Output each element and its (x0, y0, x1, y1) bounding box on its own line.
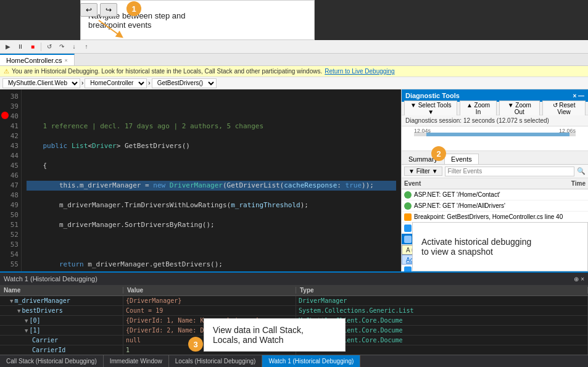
watch-cell-name: ▼bestDrivers (0, 306, 123, 315)
editor-tab-bar: HomeController.cs × (0, 54, 588, 66)
zoom-in-button[interactable]: ▲ Zoom In (460, 101, 496, 117)
watch-panel-header: Watch 1 (Historical Debugging) ⊕ × (0, 273, 588, 285)
timeline-label-right: 12.06s (559, 128, 576, 134)
tab-locals[interactable]: Locals (Historical Debugging) (169, 355, 263, 367)
event-item[interactable]: Breakpoint: GetBestDrivers, HomeControll… (402, 212, 588, 223)
toolbar-separator (41, 43, 41, 51)
step-forward-button[interactable]: ↪ (100, 3, 117, 17)
watch-cell-value: {DriverManager} (123, 296, 296, 305)
annotation-circle-3: 3 (188, 337, 203, 352)
timeline-selected-range (426, 133, 569, 136)
event-icon-green (404, 202, 412, 210)
toolbar-stop-button[interactable]: ■ (27, 41, 38, 52)
toolbar-step-over-button[interactable]: ↷ (56, 41, 67, 52)
return-to-live-link[interactable]: Return to Live Debugging (325, 68, 394, 75)
annotation-circle-2: 2 (431, 146, 446, 161)
zoom-out-button[interactable]: ▼ Zoom Out (499, 101, 540, 117)
historical-debug-notice: ⚠ You are in Historical Debugging. Look … (0, 66, 588, 77)
toolbar-run-button[interactable]: ▶ (2, 41, 14, 52)
tab-close-button[interactable]: × (64, 57, 67, 64)
editor-tab-homecontroller[interactable]: HomeController.cs × (0, 54, 75, 65)
warning-icon: ⚠ (4, 68, 9, 75)
step-back-button[interactable]: ↩ (80, 3, 97, 17)
event-icon-camera (404, 213, 412, 221)
method-dropdown[interactable]: GetBestDrivers() (152, 78, 217, 88)
search-icon: 🔍 (577, 167, 586, 175)
watch-cell-value: Count = 19 (123, 306, 296, 315)
watch-col-name: Name (0, 287, 123, 294)
event-icon-step (404, 236, 412, 243)
reset-view-button[interactable]: ↺ Reset View (542, 101, 586, 117)
svg-line-0 (99, 20, 120, 36)
events-filter-bar: ▼ Filter ▼ 🔍 (402, 165, 588, 178)
breakpoint-indicator (1, 112, 9, 119)
tab-watch1[interactable]: Watch 1 (Historical Debugging) (262, 355, 360, 367)
event-icon-green (404, 191, 412, 199)
callout-box-3: View data in Call Stack, Locals, and Wat… (204, 318, 346, 352)
select-tools-button[interactable]: ▼ Select Tools ▼ (404, 101, 457, 117)
bottom-tab-bar: Call Stack (Historical Debugging) Immedi… (0, 355, 588, 367)
watch-row[interactable]: ▼m_driverManager {DriverManager} DriverM… (0, 296, 588, 306)
tab-call-stack[interactable]: Call Stack (Historical Debugging) (0, 355, 104, 367)
toolbar-restart-button[interactable]: ↺ (44, 41, 55, 52)
timeline-label-left: 12.04s (414, 128, 431, 134)
events-tabs: Summary Events (402, 151, 588, 165)
tab-events[interactable]: Events (444, 154, 479, 164)
annotation-circle-1: 1 (126, 1, 141, 16)
filter-events-input[interactable] (445, 167, 574, 176)
watch-cell-name: ▼m_driverManager (0, 296, 123, 305)
watch-cell-type: System.Collections.Generic.List (296, 306, 588, 315)
toolbar: ▶ ⏸ ■ ↺ ↷ ↓ ↑ (0, 40, 588, 54)
watch-row[interactable]: ▼bestDrivers Count = 19 System.Collectio… (0, 306, 588, 316)
watch-cell-name: ▼[0] (0, 316, 123, 325)
nav-buttons-area: ↩ ↪ (80, 3, 117, 17)
filepath-bar: MyShuttle.Client.Web › HomeController › … (0, 77, 588, 89)
watch-cell-name: CarrierId (0, 345, 123, 355)
diag-toolbar: ▼ Select Tools ▼ ▲ Zoom In ▼ Zoom Out ↺ … (402, 102, 588, 115)
watch-col-value: Value (123, 287, 296, 294)
watch-column-headers: Name Value Type (0, 285, 588, 296)
event-item[interactable]: ASP.NET: GET '/Home/Contact' (402, 189, 588, 200)
toolbar-step-into-button[interactable]: ↓ (68, 41, 80, 52)
event-icon-step (404, 225, 412, 232)
watch-cell-type: DriverManager (296, 296, 588, 305)
events-column-header: Event Time (402, 178, 588, 189)
watch-cell-name: Carrier (0, 336, 123, 345)
tab-immediate-window[interactable]: Immediate Window (104, 355, 169, 367)
diagnostics-session-info: Diagnostics session: 12 seconds (12.072 … (402, 115, 588, 126)
annotation-arrow-1 (93, 17, 130, 42)
timeline-visualization[interactable]: 12.04s 12.06s (402, 126, 588, 151)
toolbar-step-out-button[interactable]: ↑ (81, 41, 92, 52)
class-dropdown[interactable]: MyShuttle.Client.Web (2, 78, 80, 88)
event-item[interactable]: ASP.NET: GET '/Home/AllDrivers' (402, 200, 588, 212)
toolbar-pause-button[interactable]: ⏸ (15, 41, 26, 52)
filter-button[interactable]: ▼ Filter ▼ (404, 167, 442, 176)
watch-col-type: Type (296, 287, 588, 294)
callout-box-2: Activate historical debugging to view a … (412, 222, 588, 271)
controller-dropdown[interactable]: HomeController (85, 78, 147, 88)
watch-cell-name: ▼[1] (0, 326, 123, 335)
